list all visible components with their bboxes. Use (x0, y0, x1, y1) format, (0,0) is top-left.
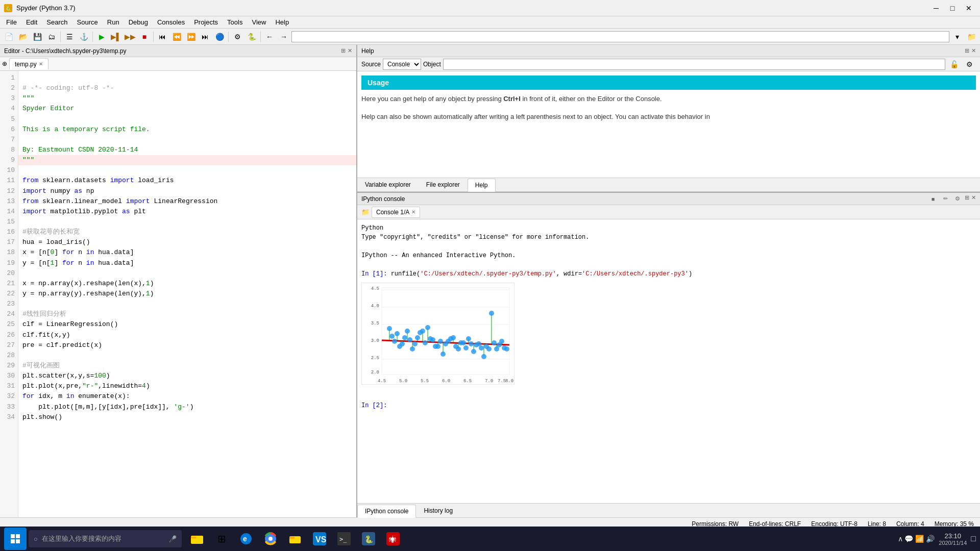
minimize-button[interactable]: ─ (929, 3, 943, 13)
open-file-button[interactable]: 📂 (16, 30, 30, 43)
menu-run[interactable]: Run (103, 17, 124, 28)
menu-tools[interactable]: Tools (223, 17, 247, 28)
help-float-icon[interactable]: ⊞ (965, 47, 969, 54)
svg-text:🕷: 🕷 (389, 535, 397, 544)
menu-consoles[interactable]: Consoles (153, 17, 189, 28)
console-close-icon[interactable]: ✕ (971, 194, 976, 204)
taskbar-app-file-explorer[interactable] (186, 528, 208, 550)
start-button[interactable] (4, 528, 27, 550)
taskbar-app-chrome[interactable] (259, 528, 282, 550)
help-title: Help (361, 47, 374, 55)
svg-point-80 (479, 345, 484, 350)
tab-history-log[interactable]: History log (416, 504, 460, 517)
svg-point-76 (469, 341, 474, 346)
menu-help[interactable]: Help (271, 17, 293, 28)
svg-point-90 (504, 346, 509, 352)
new-tab-icon[interactable]: ⊕ (2, 60, 7, 67)
help-panel: Help ⊞ ✕ Source Console Object 🔓 ⚙ Usage (357, 45, 980, 193)
open-folder-button[interactable]: 📁 (965, 30, 978, 43)
forward-button[interactable]: → (277, 30, 290, 43)
menu-file[interactable]: File (2, 17, 21, 28)
new-file-button[interactable]: 📄 (2, 30, 15, 43)
console-title: IPython console (361, 195, 405, 203)
menu-search[interactable]: Search (42, 17, 71, 28)
svg-point-61 (430, 337, 435, 342)
tools-button[interactable]: ⚙ (231, 30, 244, 43)
menu-source[interactable]: Source (73, 17, 102, 28)
editor-close-icon[interactable]: ✕ (348, 47, 352, 54)
menu-edit[interactable]: Edit (22, 17, 41, 28)
console-controls[interactable]: ■ ✏ ⚙ ⊞ ✕ (928, 194, 976, 204)
prev-button[interactable]: ⏪ (170, 30, 183, 43)
help-close-icon[interactable]: ✕ (971, 47, 976, 54)
editor-tab-temp[interactable]: temp.py ✕ (9, 58, 48, 69)
console-tab-close[interactable]: ✕ (411, 209, 415, 215)
save-button[interactable]: 💾 (31, 30, 44, 43)
help-controls[interactable]: ⊞ ✕ (965, 47, 976, 54)
console-gear-btn[interactable]: ⚙ (952, 194, 963, 204)
first-button[interactable]: ⏮ (156, 30, 169, 43)
taskbar-app-task-view[interactable]: ⊞ (210, 528, 233, 550)
browse-button[interactable]: ▾ (950, 30, 964, 43)
run-cell-advance-button[interactable]: ▶▶ (124, 30, 137, 43)
run-button[interactable]: ▶ (95, 30, 108, 43)
back-button[interactable]: ← (263, 30, 276, 43)
app-title: Spyder (Python 3.7) (16, 4, 76, 12)
help-gear-icon[interactable]: ⚙ (963, 58, 976, 71)
chart-container: 4.5 4.0 3.5 3.0 2.5 2.0 4.5 5.0 5.5 6.0 … (361, 283, 976, 388)
maximize-button[interactable]: □ (945, 3, 960, 13)
tab-file-explorer[interactable]: File explorer (419, 178, 468, 191)
taskbar-app-terminal[interactable]: >_ (333, 528, 355, 550)
save-all-button[interactable]: 🗂 (45, 30, 58, 43)
editor-title: Editor - C:\Users\xdtech\.spyder-py3\tem… (4, 47, 126, 55)
close-button[interactable]: ✕ (962, 3, 976, 13)
taskbar-app-spider[interactable]: 🕷 (382, 528, 404, 550)
editor-header-controls[interactable]: ⊞ ✕ (341, 47, 352, 54)
taskbar-right: ∧ 💬 📶 🔊 23:10 2020/11/14 □ (898, 532, 976, 546)
menu-view[interactable]: View (248, 17, 270, 28)
stop-button[interactable]: ■ (138, 30, 151, 43)
window-controls[interactable]: ─ □ ✕ (929, 3, 976, 13)
svg-point-64 (438, 339, 443, 344)
taskbar-app-python[interactable]: 🐍 (357, 528, 380, 550)
tab-help[interactable]: Help (468, 179, 496, 192)
console-tab-1[interactable]: Console 1/A ✕ (372, 207, 420, 218)
taskbar-app-edge[interactable]: e (235, 528, 257, 550)
editor-header: Editor - C:\Users\xdtech\.spyder-py3\tem… (0, 45, 356, 57)
svg-point-74 (463, 345, 469, 350)
line-numbers: 1234567891011121314151617181920212223242… (0, 71, 18, 517)
console-pencil-btn[interactable]: ✏ (940, 194, 950, 204)
svg-rect-92 (16, 534, 20, 538)
help-tabs: Variable explorer File explorer Help (357, 178, 980, 192)
taskbar-app-folder[interactable] (284, 528, 306, 550)
tab-close-icon[interactable]: ✕ (39, 61, 43, 67)
editor-float-icon[interactable]: ⊞ (341, 47, 346, 54)
console-float-icon[interactable]: ⊞ (965, 194, 969, 204)
run-cell-button[interactable]: ▶▌ (109, 30, 122, 43)
taskbar-search[interactable]: ○ 在这里输入你要搜索的内容 🎤 (29, 530, 182, 547)
path-input[interactable]: C:\Users\xdtech\.spyder-py3 (291, 31, 949, 42)
step-button[interactable]: 🔵 (213, 30, 226, 43)
svg-text:3.0: 3.0 (371, 338, 379, 343)
console-folder-icon[interactable]: 📁 (361, 208, 370, 216)
code-content[interactable]: # -*- coding: utf-8 -*- """ Spyder Edito… (18, 71, 356, 517)
editor-tab-bar: ⊕ temp.py ✕ (0, 57, 356, 71)
svg-rect-102 (289, 537, 295, 539)
help-lock-icon[interactable]: 🔓 (947, 58, 961, 71)
last-button[interactable]: ⏭ (199, 30, 212, 43)
taskbar-notification-icon[interactable]: □ (971, 534, 976, 543)
menu-debug[interactable]: Debug (125, 17, 152, 28)
help-content: Usage Here you can get help of any objec… (357, 71, 980, 178)
find-button[interactable]: ⚓ (77, 30, 90, 43)
tab-variable-explorer[interactable]: Variable explorer (357, 178, 419, 191)
env-button[interactable]: 🐍 (245, 30, 258, 43)
preferences-button[interactable]: ☰ (63, 30, 76, 43)
tab-ipython-console[interactable]: IPython console (357, 505, 416, 518)
console-content[interactable]: Python Type "copyright", "credits" or "l… (357, 219, 980, 503)
taskbar-app-vscode[interactable]: VS (308, 528, 331, 550)
menu-projects[interactable]: Projects (190, 17, 222, 28)
object-input[interactable] (443, 59, 945, 70)
source-dropdown[interactable]: Console (383, 59, 421, 70)
console-stop-btn[interactable]: ■ (928, 194, 938, 204)
next-button[interactable]: ⏩ (184, 30, 198, 43)
